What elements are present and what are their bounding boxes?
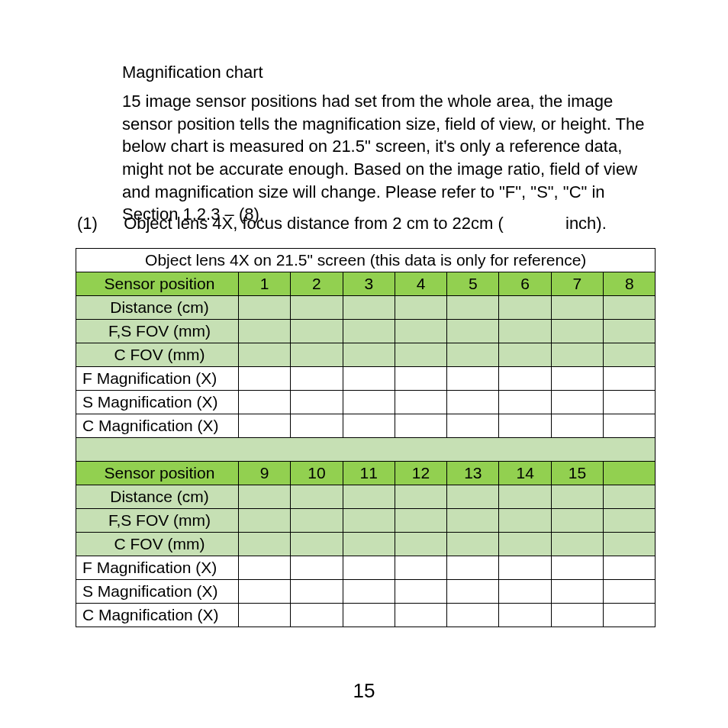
list-item-text: Object lens 4X, focus distance from 2 cm… xyxy=(124,214,504,233)
row-label: S Magnification (X) xyxy=(76,580,239,604)
cell xyxy=(395,556,446,580)
cell xyxy=(499,367,551,391)
sensor-pos: 10 xyxy=(291,462,343,485)
row-label: C Magnification (X) xyxy=(76,604,239,627)
row-fmag-bot: F Magnification (X) xyxy=(76,556,656,580)
magnification-table: Object lens 4X on 21.5" screen (this dat… xyxy=(76,248,656,627)
cell xyxy=(604,320,656,343)
row-label: C Magnification (X) xyxy=(76,414,239,438)
sensor-pos: 11 xyxy=(343,462,395,485)
list-item-number: (1) xyxy=(77,214,119,234)
cell xyxy=(291,604,343,627)
cell xyxy=(343,414,395,438)
cell xyxy=(604,485,656,509)
cell xyxy=(343,580,395,604)
row-label: F Magnification (X) xyxy=(76,556,239,580)
cell xyxy=(239,533,291,556)
cell xyxy=(239,414,291,438)
cell xyxy=(395,485,446,509)
cell xyxy=(395,509,446,533)
row-smag-top: S Magnification (X) xyxy=(76,391,656,414)
cell xyxy=(395,320,446,343)
sensor-pos: 8 xyxy=(604,272,656,296)
row-smag-bot: S Magnification (X) xyxy=(76,580,656,604)
cell xyxy=(551,320,603,343)
cell xyxy=(291,556,343,580)
sensor-pos: 9 xyxy=(239,462,291,485)
cell xyxy=(343,391,395,414)
cell xyxy=(291,580,343,604)
cell xyxy=(343,320,395,343)
cell xyxy=(239,320,291,343)
sensor-pos: 5 xyxy=(447,272,499,296)
row-cfov-top: C FOV (mm) xyxy=(76,343,656,367)
cell xyxy=(447,556,499,580)
cell xyxy=(447,320,499,343)
sensor-pos: 2 xyxy=(291,272,343,296)
row-label-sensor: Sensor position xyxy=(76,272,239,296)
cell xyxy=(551,391,603,414)
cell xyxy=(604,296,656,320)
row-fsfov-top: F,S FOV (mm) xyxy=(76,320,656,343)
sensor-pos: 3 xyxy=(343,272,395,296)
sensor-pos: 7 xyxy=(551,272,603,296)
cell xyxy=(604,533,656,556)
cell xyxy=(239,604,291,627)
cell xyxy=(447,604,499,627)
cell xyxy=(447,367,499,391)
spacer-row xyxy=(76,438,656,462)
cell xyxy=(447,533,499,556)
sensor-header-top: Sensor position 1 2 3 4 5 6 7 8 xyxy=(76,272,656,296)
cell xyxy=(239,580,291,604)
cell xyxy=(395,367,446,391)
cell xyxy=(291,509,343,533)
cell xyxy=(447,414,499,438)
row-label: C FOV (mm) xyxy=(76,343,239,367)
page-number: 15 xyxy=(0,679,728,703)
cell xyxy=(239,556,291,580)
cell xyxy=(343,367,395,391)
cell xyxy=(291,296,343,320)
list-item-inch: inch). xyxy=(565,214,607,234)
intro-paragraph: 15 image sensor positions had set from t… xyxy=(122,90,656,226)
row-cmag-bot: C Magnification (X) xyxy=(76,604,656,627)
cell xyxy=(343,509,395,533)
cell xyxy=(447,509,499,533)
cell xyxy=(499,343,551,367)
cell xyxy=(604,414,656,438)
cell xyxy=(395,414,446,438)
row-label-sensor: Sensor position xyxy=(76,462,239,485)
cell xyxy=(499,533,551,556)
cell xyxy=(551,556,603,580)
sensor-pos: 12 xyxy=(395,462,446,485)
cell xyxy=(604,556,656,580)
cell xyxy=(343,485,395,509)
row-label: F Magnification (X) xyxy=(76,367,239,391)
cell xyxy=(395,533,446,556)
sensor-pos: 6 xyxy=(499,272,551,296)
row-distance-top: Distance (cm) xyxy=(76,296,656,320)
cell xyxy=(604,509,656,533)
row-label: F,S FOV (mm) xyxy=(76,320,239,343)
row-cfov-bot: C FOV (mm) xyxy=(76,533,656,556)
cell xyxy=(551,580,603,604)
sensor-pos: 15 xyxy=(551,462,603,485)
cell xyxy=(551,533,603,556)
cell xyxy=(551,296,603,320)
cell xyxy=(239,296,291,320)
cell xyxy=(499,320,551,343)
spacer-cell xyxy=(76,438,656,462)
row-cmag-top: C Magnification (X) xyxy=(76,414,656,438)
cell xyxy=(551,367,603,391)
cell xyxy=(239,343,291,367)
table-title: Object lens 4X on 21.5" screen (this dat… xyxy=(76,249,656,272)
cell xyxy=(551,343,603,367)
cell xyxy=(551,485,603,509)
cell xyxy=(343,533,395,556)
section-heading: Magnification chart xyxy=(122,63,263,82)
sensor-pos: 13 xyxy=(447,462,499,485)
cell xyxy=(499,414,551,438)
cell xyxy=(604,580,656,604)
cell xyxy=(604,391,656,414)
row-label: C FOV (mm) xyxy=(76,533,239,556)
